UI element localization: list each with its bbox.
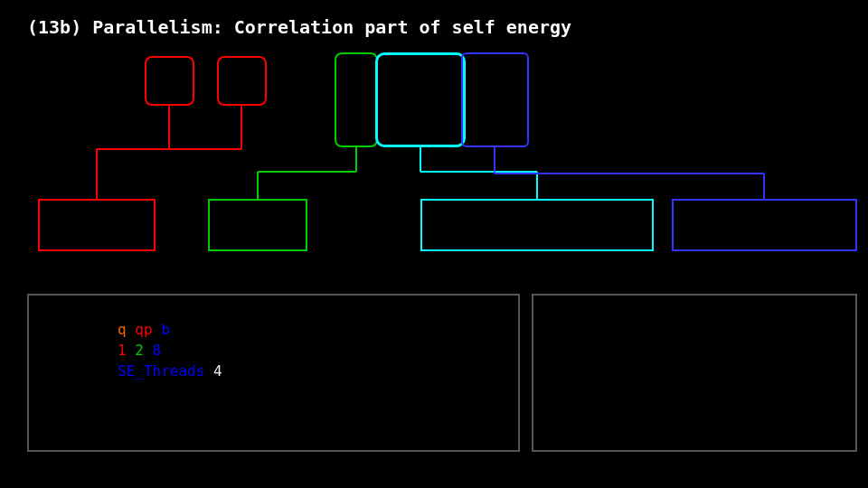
- page-title: (13b) Parallelism: Correlation part of s…: [27, 16, 571, 38]
- box-blue-top: [461, 52, 529, 147]
- panel-left: [27, 294, 520, 452]
- panel-right: [532, 294, 857, 452]
- label-b: b: [161, 321, 170, 338]
- values-row: 1 2 8: [118, 342, 222, 359]
- box-blue-bottom: [672, 199, 857, 251]
- value-8: 8: [153, 342, 162, 359]
- box-cyan-top: [375, 52, 466, 147]
- labels-row: q qp b: [118, 321, 222, 338]
- box-red-top-right: [217, 56, 267, 106]
- box-cyan-bottom: [420, 199, 654, 251]
- box-green-bottom: [208, 199, 307, 251]
- se-label: SE_Threads: [118, 362, 204, 380]
- label-qp: qp: [135, 321, 152, 338]
- se-row: SE_Threads 4: [118, 362, 222, 380]
- main-canvas: (13b) Parallelism: Correlation part of s…: [0, 0, 868, 488]
- se-value: 4: [213, 362, 222, 380]
- box-green-top: [335, 52, 378, 147]
- value-1: 1: [118, 342, 127, 359]
- box-red-top-left: [145, 56, 194, 106]
- box-red-bottom: [38, 199, 156, 251]
- label-q: q: [118, 321, 127, 338]
- panel-left-content: q qp b 1 2 8 SE_Threads 4: [118, 321, 222, 380]
- value-2: 2: [135, 342, 144, 359]
